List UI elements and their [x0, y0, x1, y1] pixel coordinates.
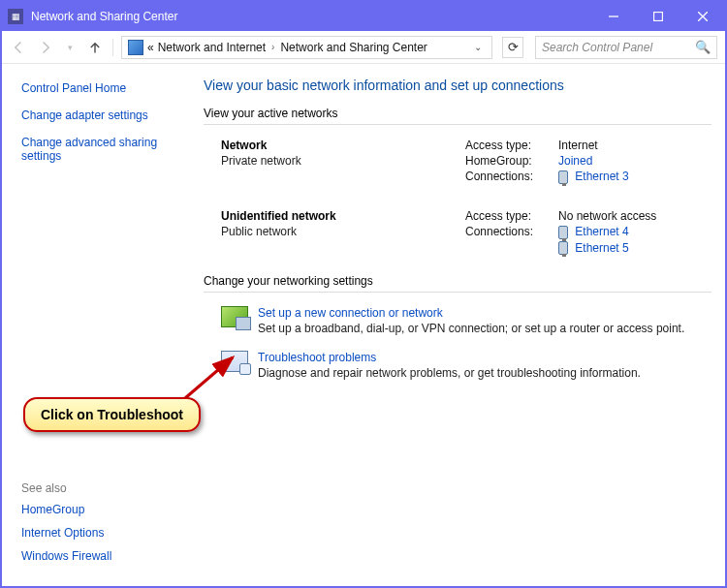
app-icon: ▦ — [8, 9, 23, 24]
divider — [204, 292, 711, 293]
network-name: Network — [221, 139, 436, 152]
search-placeholder: Search Control Panel — [542, 41, 695, 54]
access-type-label: Access type: — [465, 139, 553, 152]
recent-dropdown[interactable]: ▾ — [60, 38, 79, 57]
main-panel: View your basic network information and … — [186, 64, 725, 588]
sidebar-change-adapter[interactable]: Change adapter settings — [21, 108, 176, 122]
homegroup-label: HomeGroup: — [465, 154, 553, 168]
network-properties: Access type: Internet HomeGroup: Joined … — [465, 139, 629, 186]
see-also-internet-options[interactable]: Internet Options — [21, 526, 176, 540]
access-type-value: Internet — [558, 139, 598, 152]
connections-label: Connections: — [465, 225, 553, 238]
refresh-button[interactable]: ⟳ — [502, 37, 523, 58]
ethernet-icon — [558, 226, 568, 239]
homegroup-link[interactable]: Joined — [558, 154, 592, 168]
ethernet-icon — [558, 241, 568, 255]
minimize-button[interactable] — [591, 2, 636, 31]
address-bar: ▾ « Network and Internet › Network and S… — [2, 31, 725, 64]
access-type-label: Access type: — [465, 209, 553, 223]
control-panel-icon — [128, 40, 143, 55]
setup-connection-icon — [221, 306, 248, 327]
up-button[interactable] — [85, 38, 105, 57]
connections-label: Connections: — [465, 170, 553, 183]
access-type-value: No network access — [558, 209, 656, 223]
connection-link[interactable]: Ethernet 5 — [575, 241, 628, 255]
ethernet-icon — [558, 170, 568, 184]
svg-rect-1 — [654, 13, 663, 21]
breadcrumb-lead: « — [147, 41, 154, 54]
breadcrumb-dropdown[interactable]: ⌄ — [470, 42, 486, 52]
network-type: Private network — [221, 154, 436, 168]
forward-button[interactable] — [35, 38, 54, 57]
troubleshoot-item: Troubleshoot problems Diagnose and repai… — [204, 351, 711, 380]
close-button[interactable] — [680, 2, 725, 31]
see-also-header: See also — [21, 481, 176, 495]
network-info: Unidentified network Public network — [204, 209, 436, 238]
network-block: Unidentified network Public network Acce… — [204, 209, 711, 258]
divider — [204, 124, 711, 125]
search-input[interactable]: Search Control Panel 🔍 — [535, 36, 717, 59]
page-title: View your basic network information and … — [204, 77, 711, 93]
setup-connection-link[interactable]: Set up a new connection or network — [258, 306, 684, 320]
active-networks-header: View your active networks — [204, 107, 711, 120]
network-properties: Access type: No network access Connectio… — [465, 209, 656, 258]
breadcrumb[interactable]: « Network and Internet › Network and Sha… — [121, 36, 492, 59]
settings-list: Set up a new connection or network Set u… — [204, 306, 711, 380]
chevron-right-icon[interactable]: › — [269, 42, 276, 52]
window-title: Network and Sharing Center — [31, 10, 591, 23]
network-type: Public network — [221, 225, 436, 238]
annotation-callout: Click on Troubleshoot — [23, 397, 201, 432]
connection-link[interactable]: Ethernet 3 — [575, 170, 628, 183]
setup-connection-desc: Set up a broadband, dial-up, or VPN conn… — [258, 322, 684, 335]
network-name: Unidentified network — [221, 209, 436, 223]
breadcrumb-item[interactable]: Network and Sharing Center — [280, 41, 427, 54]
see-also-windows-firewall[interactable]: Windows Firewall — [21, 549, 176, 563]
breadcrumb-item[interactable]: Network and Internet — [158, 41, 266, 54]
change-settings-header: Change your networking settings — [204, 274, 711, 288]
maximize-button[interactable] — [636, 2, 680, 31]
separator — [112, 39, 113, 56]
sidebar-change-advanced[interactable]: Change advanced sharing settings — [21, 136, 176, 163]
network-info: Network Private network — [204, 139, 436, 168]
see-also: See also HomeGroup Internet Options Wind… — [21, 481, 176, 573]
search-icon[interactable]: 🔍 — [695, 40, 711, 54]
troubleshoot-desc: Diagnose and repair network problems, or… — [258, 366, 641, 380]
setup-connection-item: Set up a new connection or network Set u… — [204, 306, 711, 335]
troubleshoot-link[interactable]: Troubleshoot problems — [258, 351, 641, 364]
back-button[interactable] — [10, 38, 29, 57]
see-also-homegroup[interactable]: HomeGroup — [21, 503, 176, 516]
titlebar: ▦ Network and Sharing Center — [2, 2, 725, 31]
connection-link[interactable]: Ethernet 4 — [575, 225, 628, 238]
sidebar-control-panel-home[interactable]: Control Panel Home — [21, 81, 176, 95]
network-block: Network Private network Access type: Int… — [204, 139, 711, 186]
